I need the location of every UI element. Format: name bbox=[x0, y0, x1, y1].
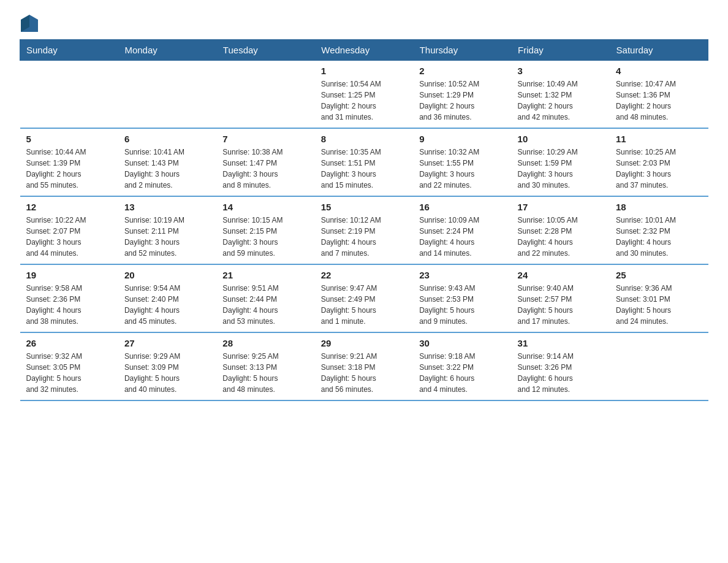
day-number: 21 bbox=[222, 270, 308, 280]
calendar-cell: 22Sunrise: 9:47 AM Sunset: 2:49 PM Dayli… bbox=[315, 264, 413, 332]
calendar-cell: 27Sunrise: 9:29 AM Sunset: 3:09 PM Dayli… bbox=[118, 332, 216, 400]
day-number: 28 bbox=[222, 338, 308, 348]
calendar-cell: 20Sunrise: 9:54 AM Sunset: 2:40 PM Dayli… bbox=[118, 264, 216, 332]
calendar-cell: 12Sunrise: 10:22 AM Sunset: 2:07 PM Dayl… bbox=[20, 196, 118, 264]
day-number: 27 bbox=[124, 338, 210, 348]
day-info: Sunrise: 9:47 AM Sunset: 2:49 PM Dayligh… bbox=[321, 283, 407, 327]
calendar-cell: 18Sunrise: 10:01 AM Sunset: 2:32 PM Dayl… bbox=[610, 196, 708, 264]
day-info: Sunrise: 10:05 AM Sunset: 2:28 PM Daylig… bbox=[518, 215, 604, 259]
calendar-cell: 17Sunrise: 10:05 AM Sunset: 2:28 PM Dayl… bbox=[512, 196, 610, 264]
day-info: Sunrise: 9:25 AM Sunset: 3:13 PM Dayligh… bbox=[222, 351, 308, 395]
calendar-cell: 24Sunrise: 9:40 AM Sunset: 2:57 PM Dayli… bbox=[512, 264, 610, 332]
day-of-week-header: Saturday bbox=[610, 40, 708, 61]
day-info: Sunrise: 10:35 AM Sunset: 1:51 PM Daylig… bbox=[321, 147, 407, 191]
day-number: 30 bbox=[419, 338, 505, 348]
calendar-cell: 26Sunrise: 9:32 AM Sunset: 3:05 PM Dayli… bbox=[20, 332, 118, 400]
day-info: Sunrise: 10:47 AM Sunset: 1:36 PM Daylig… bbox=[616, 79, 702, 123]
day-number: 4 bbox=[616, 66, 702, 76]
calendar-cell: 13Sunrise: 10:19 AM Sunset: 2:11 PM Dayl… bbox=[118, 196, 216, 264]
day-number: 19 bbox=[26, 270, 112, 280]
calendar-cell: 8Sunrise: 10:35 AM Sunset: 1:51 PM Dayli… bbox=[315, 128, 413, 196]
calendar-week-row: 5Sunrise: 10:44 AM Sunset: 1:39 PM Dayli… bbox=[20, 128, 708, 196]
day-info: Sunrise: 10:25 AM Sunset: 2:03 PM Daylig… bbox=[616, 147, 702, 191]
day-info: Sunrise: 9:14 AM Sunset: 3:26 PM Dayligh… bbox=[518, 351, 604, 395]
calendar-table: SundayMondayTuesdayWednesdayThursdayFrid… bbox=[20, 39, 708, 401]
day-number: 8 bbox=[321, 134, 407, 144]
day-number: 20 bbox=[124, 270, 210, 280]
day-number: 25 bbox=[616, 270, 702, 280]
day-info: Sunrise: 9:51 AM Sunset: 2:44 PM Dayligh… bbox=[222, 283, 308, 327]
day-info: Sunrise: 9:43 AM Sunset: 2:53 PM Dayligh… bbox=[419, 283, 505, 327]
day-info: Sunrise: 10:09 AM Sunset: 2:24 PM Daylig… bbox=[419, 215, 505, 259]
calendar-cell: 6Sunrise: 10:41 AM Sunset: 1:43 PM Dayli… bbox=[118, 128, 216, 196]
calendar-cell: 2Sunrise: 10:52 AM Sunset: 1:29 PM Dayli… bbox=[413, 61, 511, 129]
day-info: Sunrise: 9:29 AM Sunset: 3:09 PM Dayligh… bbox=[124, 351, 210, 395]
day-info: Sunrise: 10:41 AM Sunset: 1:43 PM Daylig… bbox=[124, 147, 210, 191]
day-number: 7 bbox=[222, 134, 308, 144]
calendar-cell: 25Sunrise: 9:36 AM Sunset: 3:01 PM Dayli… bbox=[610, 264, 708, 332]
calendar-cell: 5Sunrise: 10:44 AM Sunset: 1:39 PM Dayli… bbox=[20, 128, 118, 196]
calendar-cell: 28Sunrise: 9:25 AM Sunset: 3:13 PM Dayli… bbox=[216, 332, 314, 400]
calendar-week-row: 19Sunrise: 9:58 AM Sunset: 2:36 PM Dayli… bbox=[20, 264, 708, 332]
page-header bbox=[20, 15, 708, 32]
calendar-cell: 1Sunrise: 10:54 AM Sunset: 1:25 PM Dayli… bbox=[315, 61, 413, 129]
day-of-week-header: Monday bbox=[118, 40, 216, 61]
calendar-cell: 19Sunrise: 9:58 AM Sunset: 2:36 PM Dayli… bbox=[20, 264, 118, 332]
day-number: 22 bbox=[321, 270, 407, 280]
day-number: 23 bbox=[419, 270, 505, 280]
day-number: 14 bbox=[222, 202, 308, 212]
day-number: 10 bbox=[518, 134, 604, 144]
day-info: Sunrise: 10:12 AM Sunset: 2:19 PM Daylig… bbox=[321, 215, 407, 259]
calendar-cell: 23Sunrise: 9:43 AM Sunset: 2:53 PM Dayli… bbox=[413, 264, 511, 332]
calendar-cell: 29Sunrise: 9:21 AM Sunset: 3:18 PM Dayli… bbox=[315, 332, 413, 400]
calendar-header-row: SundayMondayTuesdayWednesdayThursdayFrid… bbox=[20, 40, 708, 61]
day-of-week-header: Wednesday bbox=[315, 40, 413, 61]
day-info: Sunrise: 9:54 AM Sunset: 2:40 PM Dayligh… bbox=[124, 283, 210, 327]
day-number: 17 bbox=[518, 202, 604, 212]
calendar-cell: 4Sunrise: 10:47 AM Sunset: 1:36 PM Dayli… bbox=[610, 61, 708, 129]
day-info: Sunrise: 10:01 AM Sunset: 2:32 PM Daylig… bbox=[616, 215, 702, 259]
calendar-cell: 16Sunrise: 10:09 AM Sunset: 2:24 PM Dayl… bbox=[413, 196, 511, 264]
day-number: 31 bbox=[518, 338, 604, 348]
day-of-week-header: Tuesday bbox=[216, 40, 314, 61]
day-info: Sunrise: 10:52 AM Sunset: 1:29 PM Daylig… bbox=[419, 79, 505, 123]
day-number: 6 bbox=[124, 134, 210, 144]
calendar-cell: 3Sunrise: 10:49 AM Sunset: 1:32 PM Dayli… bbox=[512, 61, 610, 129]
calendar-week-row: 12Sunrise: 10:22 AM Sunset: 2:07 PM Dayl… bbox=[20, 196, 708, 264]
calendar-cell bbox=[20, 61, 118, 129]
calendar-cell: 15Sunrise: 10:12 AM Sunset: 2:19 PM Dayl… bbox=[315, 196, 413, 264]
logo bbox=[20, 15, 39, 32]
day-number: 12 bbox=[26, 202, 112, 212]
calendar-cell bbox=[216, 61, 314, 129]
day-info: Sunrise: 10:22 AM Sunset: 2:07 PM Daylig… bbox=[26, 215, 112, 259]
day-number: 1 bbox=[321, 66, 407, 76]
day-info: Sunrise: 10:38 AM Sunset: 1:47 PM Daylig… bbox=[222, 147, 308, 191]
calendar-cell: 14Sunrise: 10:15 AM Sunset: 2:15 PM Dayl… bbox=[216, 196, 314, 264]
day-number: 5 bbox=[26, 134, 112, 144]
day-of-week-header: Sunday bbox=[20, 40, 118, 61]
day-of-week-header: Friday bbox=[512, 40, 610, 61]
calendar-cell: 9Sunrise: 10:32 AM Sunset: 1:55 PM Dayli… bbox=[413, 128, 511, 196]
day-info: Sunrise: 10:29 AM Sunset: 1:59 PM Daylig… bbox=[518, 147, 604, 191]
day-info: Sunrise: 10:19 AM Sunset: 2:11 PM Daylig… bbox=[124, 215, 210, 259]
day-info: Sunrise: 10:54 AM Sunset: 1:25 PM Daylig… bbox=[321, 79, 407, 123]
day-number: 3 bbox=[518, 66, 604, 76]
day-number: 9 bbox=[419, 134, 505, 144]
logo-icon bbox=[21, 15, 38, 32]
day-number: 15 bbox=[321, 202, 407, 212]
day-info: Sunrise: 9:58 AM Sunset: 2:36 PM Dayligh… bbox=[26, 283, 112, 327]
calendar-cell: 21Sunrise: 9:51 AM Sunset: 2:44 PM Dayli… bbox=[216, 264, 314, 332]
day-number: 11 bbox=[616, 134, 702, 144]
day-of-week-header: Thursday bbox=[413, 40, 511, 61]
calendar-week-row: 1Sunrise: 10:54 AM Sunset: 1:25 PM Dayli… bbox=[20, 61, 708, 129]
day-number: 16 bbox=[419, 202, 505, 212]
day-info: Sunrise: 10:15 AM Sunset: 2:15 PM Daylig… bbox=[222, 215, 308, 259]
calendar-cell: 7Sunrise: 10:38 AM Sunset: 1:47 PM Dayli… bbox=[216, 128, 314, 196]
day-info: Sunrise: 9:21 AM Sunset: 3:18 PM Dayligh… bbox=[321, 351, 407, 395]
calendar-cell: 30Sunrise: 9:18 AM Sunset: 3:22 PM Dayli… bbox=[413, 332, 511, 400]
day-info: Sunrise: 10:49 AM Sunset: 1:32 PM Daylig… bbox=[518, 79, 604, 123]
day-number: 13 bbox=[124, 202, 210, 212]
day-info: Sunrise: 10:44 AM Sunset: 1:39 PM Daylig… bbox=[26, 147, 112, 191]
calendar-cell: 11Sunrise: 10:25 AM Sunset: 2:03 PM Dayl… bbox=[610, 128, 708, 196]
day-info: Sunrise: 9:32 AM Sunset: 3:05 PM Dayligh… bbox=[26, 351, 112, 395]
